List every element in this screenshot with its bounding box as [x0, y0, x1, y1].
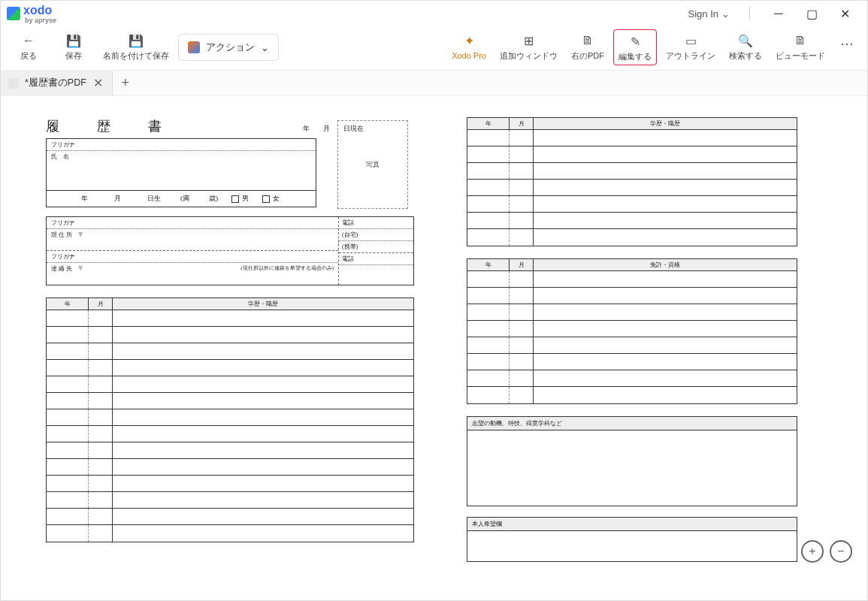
action-dropdown[interactable]: アクション ⌄ — [178, 34, 279, 61]
pdf-viewer[interactable]: 履 歴 書 年 月 日現在 写真 フリガナ 氏 名 年 月 日生 (満 歳) 男… — [1, 102, 867, 600]
save-as-icon: 💾 — [128, 32, 144, 49]
right-pdf-button[interactable]: 🗎 右のPDF — [567, 29, 609, 64]
pdf-page-1: 履 歴 書 年 月 日現在 写真 フリガナ 氏 名 年 月 日生 (満 歳) 男… — [46, 117, 414, 585]
xodo-icon — [7, 7, 20, 20]
resume-title: 履 歴 書 — [46, 117, 174, 135]
more-button[interactable]: ⋯ — [834, 29, 860, 58]
tab-close-button[interactable]: ✕ — [92, 77, 104, 89]
action-icon — [188, 41, 200, 53]
wishes-section: 本人希望欄 — [467, 517, 797, 562]
pdf-page-2: 年 月 学歴・職歴 年 月 免許・資格 — [467, 117, 835, 585]
search-button[interactable]: 🔍 検索する — [724, 29, 767, 64]
address-section: フリガナ 現 住 所 〒 フリガナ 連 絡 先 〒(現住所以外に連絡を希望する場… — [46, 216, 414, 285]
history-table-2: 年 月 学歴・職歴 — [467, 117, 797, 246]
document-icon: 🗎 — [579, 32, 596, 49]
female-checkbox[interactable] — [262, 195, 270, 203]
document-tab[interactable]: *履歴書のPDF ✕ — [1, 71, 113, 95]
photo-placeholder: 写真 — [337, 120, 408, 209]
license-table: 年 月 免許・資格 — [467, 258, 797, 404]
zoom-out-button[interactable]: − — [830, 540, 852, 563]
app-byline: by apryse — [25, 17, 56, 23]
male-checkbox[interactable] — [231, 195, 239, 203]
history-table-1: 年 月 学歴・職歴 — [46, 297, 414, 542]
file-icon — [8, 78, 19, 89]
sign-in-button[interactable]: Sign In ⌄ — [681, 5, 737, 23]
divider — [749, 7, 750, 20]
view-icon: 🗎 — [792, 32, 809, 49]
chevron-down-icon: ⌄ — [721, 8, 730, 20]
save-button[interactable]: 💾 保存 — [53, 29, 94, 64]
close-button[interactable]: ✕ — [828, 2, 861, 25]
chevron-down-icon: ⌄ — [261, 42, 269, 53]
app-logo: xodo by apryse — [7, 4, 56, 23]
outline-icon: ▭ — [682, 32, 699, 49]
add-tab-button[interactable]: + — [113, 75, 138, 91]
back-button[interactable]: ← 戻る — [8, 29, 49, 64]
outline-button[interactable]: ▭ アウトライン — [661, 29, 720, 64]
xodo-pro-button[interactable]: ✦ Xodo Pro — [447, 29, 491, 64]
app-name: xodo — [23, 4, 52, 17]
save-icon: 💾 — [65, 32, 82, 49]
name-section: フリガナ 氏 名 年 月 日生 (満 歳) 男 女 — [46, 138, 316, 207]
window-plus-icon: ⊞ — [521, 32, 537, 49]
save-as-button[interactable]: 💾 名前を付けて保存 — [98, 29, 174, 64]
edit-button[interactable]: ✎ 編集する — [613, 29, 657, 65]
view-mode-button[interactable]: 🗎 ビューモード — [771, 29, 830, 64]
zoom-in-button[interactable]: + — [801, 540, 824, 563]
edit-icon: ✎ — [627, 33, 643, 50]
minimize-button[interactable]: ─ — [762, 2, 795, 25]
motivation-section: 志望の動機、特技、得意学科など — [467, 416, 797, 506]
arrow-left-icon: ← — [20, 32, 37, 49]
star-icon: ✦ — [461, 32, 477, 49]
search-icon: 🔍 — [737, 32, 754, 49]
add-window-button[interactable]: ⊞ 追加ウィンドウ — [495, 29, 562, 64]
maximize-button[interactable]: ▢ — [795, 2, 828, 25]
